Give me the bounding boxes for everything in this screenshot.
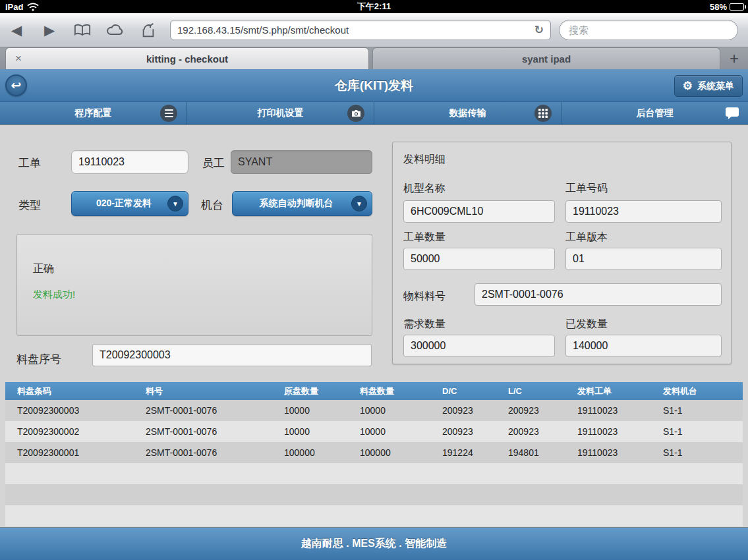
table-cell: 200923 <box>496 400 565 421</box>
table-row[interactable]: T20092300002 2SMT-0001-0076 10000 10000 … <box>5 421 743 442</box>
app-back-button[interactable]: ↩ <box>5 74 27 96</box>
footer-text: 越南耐思 . MES系统 . 智能制造 <box>301 537 447 551</box>
back-icon[interactable]: ◀ <box>0 22 33 38</box>
order-version-value: 01 <box>565 248 722 270</box>
close-icon[interactable]: × <box>15 52 22 65</box>
table-row[interactable]: T20092300001 2SMT-0001-0076 100000 10000… <box>5 442 743 463</box>
share-icon[interactable] <box>132 22 165 38</box>
table-row[interactable]: T20092300003 2SMT-0001-0076 10000 10000 … <box>5 400 743 421</box>
col-header: 发料工单 <box>565 382 651 400</box>
status-bar: iPad 下午2:11 58% <box>0 0 748 13</box>
table-cell: 100000 <box>348 442 430 463</box>
table-cell: 200923 <box>496 421 565 442</box>
cloud-icon[interactable] <box>99 24 132 36</box>
table-cell: T20092300001 <box>5 442 134 463</box>
type-dropdown[interactable]: 020-正常发料 ▼ <box>71 191 188 216</box>
table-cell: 2SMT-0001-0076 <box>134 421 272 442</box>
table-cell: 200923 <box>430 421 496 442</box>
nav-item-data-transfer[interactable]: 数据传输 <box>374 102 561 125</box>
bookmarks-icon[interactable] <box>66 24 99 36</box>
nav-label: 数据传输 <box>449 107 486 119</box>
table-cell: 10000 <box>272 421 348 442</box>
status-message-box: 正确 发料成功! <box>16 234 372 336</box>
col-header: 料号 <box>134 382 272 400</box>
search-input[interactable] <box>559 20 738 40</box>
col-header: 原盘数量 <box>272 382 348 400</box>
refresh-icon[interactable]: ↻ <box>534 23 544 37</box>
work-order-input[interactable] <box>71 150 188 174</box>
employee-input <box>231 150 372 174</box>
tab-kitting-checkout[interactable]: × kitting - checkout <box>5 47 369 69</box>
new-tab-button[interactable]: + <box>720 47 748 69</box>
col-header: 料盘条码 <box>5 382 134 400</box>
back-arrow-icon: ↩ <box>11 78 22 93</box>
table-cell: 19110023 <box>565 400 651 421</box>
carrier-label: iPad <box>5 2 23 12</box>
work-order-label: 工单 <box>18 155 41 171</box>
demand-qty-label: 需求数量 <box>403 318 446 331</box>
type-dropdown-value: 020-正常发料 <box>96 198 152 210</box>
chevron-down-icon: ▼ <box>167 196 183 211</box>
status-title: 正确 <box>33 262 54 276</box>
table-cell: 2SMT-0001-0076 <box>134 400 272 421</box>
table-cell: 19110023 <box>565 442 651 463</box>
tab-syant-ipad[interactable]: syant ipad <box>372 47 720 69</box>
model-name-value: 6HC009CML10 <box>403 200 555 223</box>
col-header: D/C <box>430 382 496 400</box>
tab-label: kitting - checkout <box>146 53 228 65</box>
table-cell: T20092300002 <box>5 421 134 442</box>
nav-label: 后台管理 <box>637 107 674 119</box>
machine-label: 机台 <box>201 198 223 213</box>
battery-percent: 58% <box>710 2 727 12</box>
system-menu-button[interactable]: ⚙ 系统菜单 <box>674 75 743 97</box>
order-version-label: 工单版本 <box>565 231 608 244</box>
table-cell: 2SMT-0001-0076 <box>134 442 272 463</box>
table-row-empty <box>5 505 743 526</box>
order-no-value: 19110023 <box>565 200 722 223</box>
browser-toolbar: ◀ ▶ 192.168.43.15/smt/S.php/smt/checkout… <box>0 13 748 47</box>
table-cell: T20092300003 <box>5 400 134 421</box>
nav-item-backend-admin[interactable]: 后台管理 <box>561 102 748 125</box>
nav-item-printer-settings[interactable]: 打印机设置 <box>187 102 374 125</box>
table-cell: 10000 <box>348 421 430 442</box>
ipad-screen: iPad 下午2:11 58% ◀ ▶ <box>0 0 748 560</box>
col-header: L/C <box>496 382 565 400</box>
table-cell: 19110023 <box>565 421 651 442</box>
tab-bar: × kitting - checkout syant ipad + <box>0 47 748 69</box>
reel-table: 料盘条码 料号 原盘数量 料盘数量 D/C L/C 发料工单 发料机台 T200… <box>5 382 743 526</box>
type-label: 类型 <box>18 198 41 213</box>
col-header: 发料机台 <box>651 382 743 400</box>
order-no-label: 工单号码 <box>565 182 608 196</box>
address-bar[interactable]: 192.168.43.15/smt/S.php/smt/checkout ↻ <box>170 20 551 40</box>
reel-serial-input[interactable] <box>92 344 372 366</box>
forward-icon[interactable]: ▶ <box>33 22 66 38</box>
nav-item-program-config[interactable]: 程序配置 <box>0 102 187 125</box>
order-qty-value: 50000 <box>403 248 555 270</box>
wifi-icon <box>27 3 39 11</box>
table-cell: 10000 <box>348 400 430 421</box>
status-success-message: 发料成功! <box>33 289 75 301</box>
table-cell: S1-1 <box>651 442 743 463</box>
app-header: ↩ 仓库(KIT)发料 ⚙ 系统菜单 <box>0 69 748 102</box>
panel-title: 发料明细 <box>403 153 446 167</box>
hamburger-icon <box>160 105 177 122</box>
model-name-label: 机型名称 <box>403 182 446 196</box>
reel-serial-label: 料盘序号 <box>16 352 61 367</box>
chat-icon <box>724 105 740 121</box>
grid-icon <box>534 105 552 122</box>
part-no-label: 物料料号 <box>403 290 446 304</box>
machine-dropdown[interactable]: 系统自动判断机台 ▼ <box>232 191 372 216</box>
system-menu-label: 系统菜单 <box>697 80 734 92</box>
battery-icon <box>730 3 744 11</box>
table-header-row: 料盘条码 料号 原盘数量 料盘数量 D/C L/C 发料工单 发料机台 <box>5 382 743 400</box>
app-nav: 程序配置 打印机设置 数据传输 <box>0 102 748 125</box>
table-cell: S1-1 <box>651 421 743 442</box>
issued-qty-label: 已发数量 <box>565 318 608 331</box>
camera-icon <box>347 105 364 122</box>
table-cell: S1-1 <box>651 400 743 421</box>
table-cell: 100000 <box>272 442 348 463</box>
url-text[interactable]: 192.168.43.15/smt/S.php/smt/checkout <box>177 24 534 36</box>
demand-qty-value: 300000 <box>403 335 555 357</box>
page-title: 仓库(KIT)发料 <box>335 77 413 94</box>
part-no-value: 2SMT-0001-0076 <box>475 283 722 306</box>
